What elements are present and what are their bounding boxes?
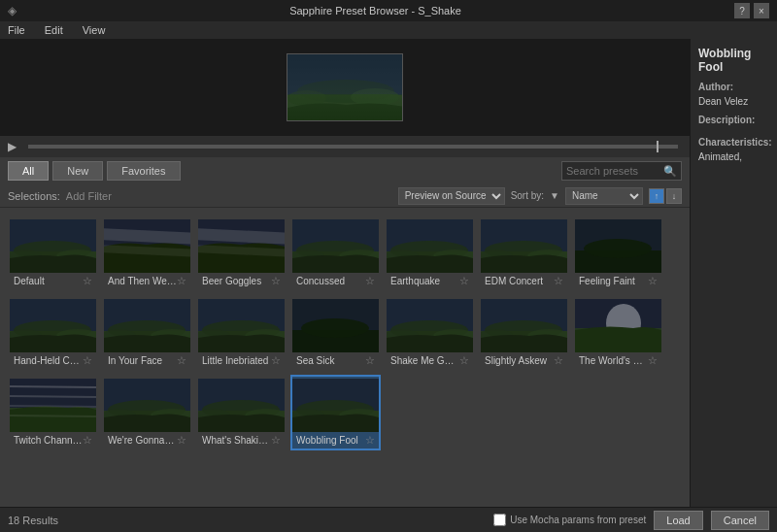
star-icon-wobbling-fool[interactable]: ☆ [365, 434, 375, 447]
preset-thumb-shake-gently [387, 299, 473, 352]
preset-item-feeling-faint[interactable]: Feeling Faint☆ [573, 216, 663, 291]
star-icon-gonna-crash[interactable]: ☆ [177, 434, 186, 447]
content-area: ▶ All New Favorites 🔍 Selections: Add Fi… [0, 39, 690, 507]
preset-item-sea-sick[interactable]: Sea Sick☆ [290, 295, 381, 371]
play-button[interactable]: ▶ [6, 140, 18, 153]
preset-item-default[interactable]: Default☆ [8, 216, 98, 291]
preset-item-worlds-spinning[interactable]: The World's Spinning!☆ [573, 295, 663, 371]
preset-name-whats-shakin: What's Shakin Baby [202, 435, 271, 446]
menu-file[interactable]: File [4, 24, 29, 36]
filter-favorites-button[interactable]: Favorites [107, 161, 180, 181]
star-icon-feeling-faint[interactable]: ☆ [648, 275, 658, 287]
star-icon-shake-gently[interactable]: ☆ [459, 354, 469, 367]
star-icon-whats-shakin[interactable]: ☆ [271, 434, 281, 447]
preset-item-whats-shakin[interactable]: What's Shakin Baby☆ [196, 375, 287, 450]
preset-label-row-little-ineb: Little Inebriated☆ [200, 354, 283, 367]
preset-thumb-hand-held [10, 299, 96, 352]
add-filter-button[interactable]: Add Filter [66, 190, 112, 202]
preset-item-shake-gently[interactable]: Shake Me Gently☆ [385, 295, 475, 371]
sort-select[interactable]: Name Date Category [565, 187, 643, 205]
sort-desc-button[interactable]: ↓ [666, 188, 682, 204]
preset-item-slightly-askew[interactable]: Slightly Askew☆ [479, 295, 569, 371]
grid-area[interactable]: Default☆ And Then We Crashed☆ Beer Goggl… [0, 208, 690, 507]
help-button[interactable]: ? [734, 3, 750, 18]
preset-label-row-slightly-askew: Slightly Askew☆ [483, 354, 565, 367]
svg-point-62 [301, 318, 369, 338]
preset-item-earthquake[interactable]: Earthquake☆ [385, 216, 475, 291]
preset-name-in-your-face: In Your Face [108, 355, 177, 366]
preset-item-wobbling-fool[interactable]: Wobbling Fool☆ [290, 375, 381, 450]
preset-item-twitch-channels[interactable]: Twitch Channels☆ [8, 375, 98, 450]
window-title: Sapphire Preset Browser - S_Shake [17, 5, 734, 17]
search-input[interactable] [566, 165, 663, 177]
preview-area [0, 39, 690, 136]
preset-item-and-then[interactable]: And Then We Crashed☆ [102, 216, 192, 291]
menu-view[interactable]: View [79, 24, 110, 36]
preset-name-default: Default [14, 276, 83, 286]
preset-thumb-gonna-crash [104, 379, 190, 432]
preset-name-slightly-askew: Slightly Askew [485, 355, 554, 366]
characteristics-label: Characteristics: [698, 137, 769, 148]
preset-name-concussed: Concussed [296, 276, 365, 286]
preset-label-row-edm-concert: EDM Concert☆ [483, 275, 565, 287]
author-label: Author: [698, 82, 769, 92]
star-icon-in-your-face[interactable]: ☆ [177, 354, 186, 367]
preset-label-row-feeling-faint: Feeling Faint☆ [577, 275, 659, 287]
preset-item-beer-goggles[interactable]: Beer Goggles☆ [196, 216, 287, 291]
preset-item-edm-concert[interactable]: EDM Concert☆ [479, 216, 569, 291]
star-icon-beer-goggles[interactable]: ☆ [271, 275, 281, 287]
star-icon-and-then[interactable]: ☆ [177, 275, 186, 287]
cancel-button[interactable]: Cancel [711, 511, 769, 530]
star-icon-hand-held[interactable]: ☆ [83, 354, 92, 367]
star-icon-earthquake[interactable]: ☆ [459, 275, 469, 287]
preset-name-feeling-faint: Feeling Faint [579, 276, 648, 286]
preset-thumb-default [10, 219, 96, 273]
preset-label-row-gonna-crash: We're Gonna Crash!☆ [106, 434, 188, 447]
star-icon-edm-concert[interactable]: ☆ [554, 275, 563, 287]
preset-label-row-in-your-face: In Your Face☆ [106, 354, 188, 367]
mocha-checkbox[interactable] [493, 514, 506, 526]
preset-label-row-whats-shakin: What's Shakin Baby☆ [200, 434, 283, 447]
preset-label-row-worlds-spinning: The World's Spinning!☆ [577, 354, 659, 367]
filter-bar: All New Favorites 🔍 [0, 157, 690, 184]
preset-name-gonna-crash: We're Gonna Crash! [108, 435, 177, 446]
preview-thumbnail [287, 53, 403, 121]
preset-thumb-and-then [104, 219, 190, 273]
sort-asc-button[interactable]: ↑ [649, 188, 664, 204]
preset-item-in-your-face[interactable]: In Your Face☆ [102, 295, 192, 371]
svg-point-4 [351, 88, 399, 106]
selections-label: Selections: [8, 190, 60, 202]
preset-thumb-edm-concert [481, 219, 567, 273]
preset-label-row-twitch-channels: Twitch Channels☆ [12, 434, 94, 447]
star-icon-slightly-askew[interactable]: ☆ [554, 354, 563, 367]
preset-item-little-ineb[interactable]: Little Inebriated☆ [196, 295, 287, 371]
title-bar: ◈ Sapphire Preset Browser - S_Shake ? × [0, 0, 777, 21]
timeline[interactable] [28, 145, 678, 149]
star-icon-little-ineb[interactable]: ☆ [271, 354, 281, 367]
close-button[interactable]: × [754, 3, 769, 18]
presets-grid: Default☆ And Then We Crashed☆ Beer Goggl… [8, 216, 682, 450]
load-button[interactable]: Load [654, 511, 702, 530]
preset-item-concussed[interactable]: Concussed☆ [290, 216, 381, 291]
star-icon-sea-sick[interactable]: ☆ [365, 354, 375, 367]
preset-item-gonna-crash[interactable]: We're Gonna Crash!☆ [102, 375, 192, 450]
preset-name-and-then: And Then We Crashed [108, 276, 177, 286]
preview-source-select[interactable]: Preview on Source [398, 187, 505, 205]
star-icon-concussed[interactable]: ☆ [365, 275, 375, 287]
preset-item-hand-held[interactable]: Hand-Held Camera☆ [8, 295, 98, 371]
preset-name-hand-held: Hand-Held Camera [14, 355, 83, 366]
menu-edit[interactable]: Edit [41, 24, 67, 36]
star-icon-worlds-spinning[interactable]: ☆ [648, 354, 658, 367]
star-icon-twitch-channels[interactable]: ☆ [83, 434, 92, 447]
preset-name-edm-concert: EDM Concert [485, 276, 554, 286]
status-bar: 18 Results Use Mocha params from preset … [0, 507, 777, 532]
star-icon-default[interactable]: ☆ [83, 275, 92, 287]
preset-thumb-worlds-spinning [575, 299, 661, 352]
main-area: ▶ All New Favorites 🔍 Selections: Add Fi… [0, 39, 777, 507]
filter-all-button[interactable]: All [8, 161, 49, 181]
filter-new-button[interactable]: New [52, 161, 103, 181]
preset-thumb-earthquake [387, 219, 473, 273]
svg-line-13 [104, 234, 190, 239]
svg-line-82 [10, 406, 96, 407]
right-panel: Wobbling Fool Author: Dean Velez Descrip… [690, 39, 777, 507]
